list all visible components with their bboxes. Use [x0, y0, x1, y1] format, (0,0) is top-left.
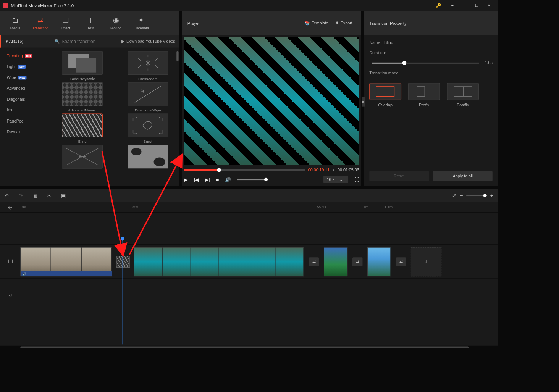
play-button[interactable]: ▶: [184, 177, 188, 182]
category-all[interactable]: ▾ All(115): [0, 35, 51, 48]
drop-slot[interactable]: ⬇: [411, 247, 441, 276]
tab-text[interactable]: T Text: [78, 11, 103, 35]
apply-all-button[interactable]: Apply to all: [433, 171, 493, 181]
mode-postfix[interactable]: Postfix: [447, 83, 479, 107]
track-overlay[interactable]: [0, 213, 498, 245]
fit-zoom-icon[interactable]: ⤢: [452, 192, 457, 198]
mode-prefix[interactable]: Prefix: [408, 83, 440, 107]
category-trending[interactable]: TrendingHot: [0, 50, 51, 61]
category-advanced[interactable]: Advanced: [0, 83, 51, 94]
transition-blind[interactable]: Blind: [53, 113, 112, 143]
transition-directionalwipe[interactable]: DirectionalWipe: [118, 82, 177, 112]
search-box[interactable]: 🔍: [51, 39, 117, 44]
player-title: Player: [187, 21, 301, 26]
category-reveals[interactable]: Reveals: [0, 126, 51, 137]
hamburger-menu-icon[interactable]: ≡: [446, 1, 459, 10]
category-diagonals[interactable]: Diagonals: [0, 94, 51, 105]
split-button[interactable]: ✂: [47, 192, 52, 198]
crop-button[interactable]: ▣: [61, 192, 66, 198]
property-header: Transition Property: [364, 11, 498, 35]
minimize-button[interactable]: —: [459, 1, 471, 10]
timeline-ruler[interactable]: ⊕ 0s20s55.2s1m1.1m: [0, 202, 498, 213]
aspect-ratio-select[interactable]: 16:9 ⌄: [323, 176, 348, 183]
track-video[interactable]: 🎞 🔊 ⇄ ⇄ ⇄ ⬇: [0, 245, 498, 279]
zoom-out-button[interactable]: −: [460, 193, 463, 198]
scrollbar-thumb[interactable]: [20, 347, 469, 348]
fullscreen-button[interactable]: ⛶: [354, 177, 359, 182]
add-track-button[interactable]: ⊕: [0, 204, 20, 210]
transition-advancedmosaic[interactable]: AdvancedMosaic: [53, 82, 112, 112]
undo-button[interactable]: ↶: [5, 192, 9, 198]
zoom-in-button[interactable]: +: [490, 193, 493, 198]
tab-effect[interactable]: ❏ Effect: [53, 11, 78, 35]
reset-button: Reset: [369, 171, 429, 181]
swap-button[interactable]: ⇄: [352, 257, 363, 266]
thumb-crosszoom: [128, 51, 168, 75]
volume-knob[interactable]: [264, 177, 268, 181]
stop-button[interactable]: ■: [216, 177, 219, 182]
clip-4[interactable]: [367, 247, 391, 276]
thumb-fadegrayscale: [62, 51, 103, 75]
category-label: PagePeel: [7, 119, 24, 123]
tab-transition[interactable]: ⇄ Transition: [28, 11, 53, 35]
preview-blind-overlay: [184, 37, 359, 165]
close-button[interactable]: ✕: [483, 1, 495, 10]
upgrade-key-icon[interactable]: 🔑: [433, 1, 445, 10]
volume-slider[interactable]: [237, 179, 268, 180]
transition-crosszoom[interactable]: CrossZoom: [118, 51, 177, 81]
horizontal-scrollbar[interactable]: [0, 346, 498, 349]
volume-icon[interactable]: 🔊: [225, 177, 231, 182]
audio-track-icon: ♫: [0, 292, 20, 298]
swap-button[interactable]: ⇄: [396, 257, 406, 266]
tab-media[interactable]: 🗀 Media: [3, 11, 28, 35]
redo-button[interactable]: ↷: [19, 192, 23, 198]
badge-new: New: [18, 76, 27, 79]
collapse-panel-button[interactable]: ▶: [362, 97, 365, 107]
transition-label: DirectionalWipe: [135, 108, 161, 112]
delete-button[interactable]: 🗑: [33, 193, 38, 198]
transition-slot[interactable]: [116, 256, 130, 267]
current-time: 00:00:19.11: [308, 168, 330, 172]
tab-motion[interactable]: ◉ Motion: [103, 11, 129, 35]
preview-viewport[interactable]: [184, 37, 359, 165]
transition-burst[interactable]: Burst: [118, 113, 177, 143]
playhead[interactable]: [123, 237, 123, 344]
seek-bar[interactable]: [184, 169, 305, 171]
zoom-slider[interactable]: [466, 195, 486, 196]
duration-label: Duration:: [369, 50, 386, 55]
zoom-knob[interactable]: [483, 194, 487, 197]
swap-button[interactable]: ⇄: [309, 257, 319, 266]
clip-2[interactable]: [134, 247, 304, 276]
duration-slider[interactable]: [372, 62, 479, 63]
category-light[interactable]: LightNew: [0, 61, 51, 72]
transitions-panel: ▾ All(115) 🔍 ▶ Download YouTube Videos T…: [0, 35, 179, 186]
mode-label: Transition mode:: [369, 71, 399, 75]
download-icon: ⬇: [425, 259, 428, 264]
category-wipe[interactable]: WipeNew: [0, 72, 51, 83]
track-audio[interactable]: ♫: [0, 279, 498, 311]
transition-item-7[interactable]: [53, 145, 112, 168]
next-frame-button[interactable]: ▶|: [205, 177, 210, 182]
category-pagepeel[interactable]: PagePeel: [0, 116, 51, 127]
transition-item-8[interactable]: [118, 145, 177, 168]
property-panel: ▶ Name: Blind Duration: 1.0s Transition …: [364, 35, 498, 186]
clip-1[interactable]: 🔊: [20, 247, 112, 276]
time-separator: /: [333, 168, 334, 172]
duration-knob[interactable]: [402, 61, 406, 65]
ruler-tick: 1.1m: [384, 205, 393, 209]
prev-frame-button[interactable]: |◀: [194, 177, 199, 182]
tab-elements[interactable]: ✦ Elements: [129, 11, 154, 35]
template-button[interactable]: 📚 Template: [301, 21, 332, 25]
clip-3[interactable]: [324, 247, 347, 276]
tab-elements-label: Elements: [133, 26, 149, 31]
mode-prefix-label: Prefix: [419, 103, 429, 107]
mode-overlap[interactable]: Overlap: [369, 83, 401, 107]
search-input[interactable]: [61, 39, 102, 44]
seek-knob[interactable]: [217, 168, 221, 172]
download-youtube-link[interactable]: ▶ Download YouTube Videos: [117, 39, 179, 44]
scrollbar-thumb[interactable]: [176, 51, 178, 61]
transition-fadegrayscale[interactable]: FadeGrayscale: [53, 51, 112, 81]
maximize-button[interactable]: ☐: [471, 1, 483, 10]
category-iris[interactable]: Iris: [0, 105, 51, 116]
export-button[interactable]: ⬆ Export: [332, 21, 356, 25]
